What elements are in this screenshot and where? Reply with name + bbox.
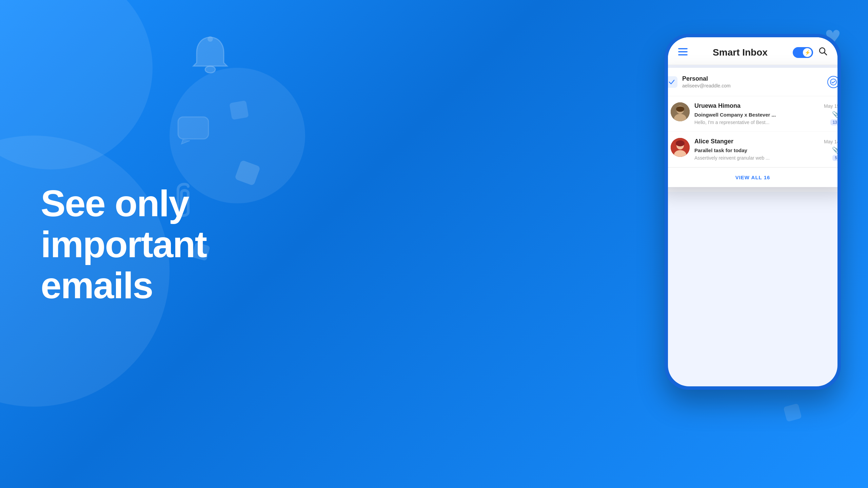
rect-deco-1 bbox=[235, 160, 261, 186]
svg-rect-4 bbox=[678, 51, 688, 53]
search-icon[interactable] bbox=[818, 47, 827, 58]
rect-deco-3 bbox=[229, 100, 249, 120]
svg-rect-3 bbox=[678, 48, 688, 49]
preview-uruewa: Hello, I'm a representative of Best... 1… bbox=[694, 119, 837, 125]
svg-point-0 bbox=[205, 66, 215, 73]
email-content-uruewa: Uruewa Himona May 15 Doingwell Company x… bbox=[694, 102, 837, 125]
phone-outer: Smart Inbox ⚡ bbox=[665, 34, 841, 390]
date-alice: May 14 bbox=[824, 139, 837, 144]
count-uruewa: 13 bbox=[830, 119, 837, 125]
smart-toggle[interactable]: ⚡ bbox=[793, 47, 813, 58]
email-content-alice: Alice Stanger May 14 Parallel task for t… bbox=[694, 138, 837, 161]
subject-uruewa: Doingwell Company x Bestever ... 📎 bbox=[694, 111, 837, 118]
svg-point-20 bbox=[676, 140, 685, 146]
view-all-button[interactable]: VIEW ALL 16 bbox=[668, 168, 837, 187]
headline-line2: important bbox=[41, 224, 251, 265]
svg-point-16 bbox=[676, 106, 684, 112]
inbox-title: Smart Inbox bbox=[713, 47, 768, 58]
bell-decoration bbox=[190, 34, 231, 79]
personal-circle-check[interactable] bbox=[827, 76, 837, 88]
left-content: See only important emails bbox=[41, 183, 251, 306]
sender-uruewa: Uruewa Himona bbox=[694, 102, 741, 109]
svg-rect-2 bbox=[178, 117, 209, 139]
avatar-alice bbox=[671, 138, 690, 157]
date-uruewa: May 15 bbox=[824, 103, 837, 109]
chat-decoration bbox=[176, 115, 210, 147]
phone-inner: Smart Inbox ⚡ bbox=[668, 37, 837, 386]
svg-line-7 bbox=[824, 53, 827, 55]
personal-info: Personal aeliseev@readdle.com bbox=[682, 75, 827, 88]
sender-alice: Alice Stanger bbox=[694, 138, 733, 145]
email-top-alice: Alice Stanger May 14 bbox=[694, 138, 837, 145]
header-icons: ⚡ bbox=[793, 47, 827, 58]
headline-line3: emails bbox=[41, 265, 251, 306]
phone-mockup: Smart Inbox ⚡ bbox=[658, 17, 848, 471]
personal-icon bbox=[668, 76, 677, 88]
personal-name: Personal bbox=[682, 75, 827, 82]
personal-header: Personal aeliseev@readdle.com bbox=[668, 68, 837, 96]
bg-bubble-1 bbox=[0, 0, 153, 169]
hamburger-icon[interactable] bbox=[678, 47, 688, 58]
svg-rect-5 bbox=[678, 54, 688, 56]
preview-alice: Assertively reinvent granular web ... 5 bbox=[694, 155, 837, 161]
attachment-uruewa: 📎 bbox=[832, 111, 837, 118]
count-alice: 5 bbox=[832, 155, 837, 161]
personal-popup: Personal aeliseev@readdle.com bbox=[668, 68, 837, 187]
bolt-icon: ⚡ bbox=[805, 50, 810, 55]
headline-line1: See only bbox=[41, 183, 251, 224]
toggle-knob: ⚡ bbox=[803, 48, 812, 57]
email-top-uruewa: Uruewa Himona May 15 bbox=[694, 102, 837, 109]
headline: See only important emails bbox=[41, 183, 251, 306]
email-item-uruewa[interactable]: Uruewa Himona May 15 Doingwell Company x… bbox=[668, 96, 837, 132]
email-item-alice[interactable]: Alice Stanger May 14 Parallel task for t… bbox=[668, 132, 837, 167]
personal-email: aeliseev@readdle.com bbox=[682, 83, 827, 88]
svg-point-1 bbox=[208, 36, 213, 42]
avatar-uruewa bbox=[671, 102, 690, 121]
inbox-header: Smart Inbox ⚡ bbox=[668, 37, 837, 65]
attachment-alice: 📎 bbox=[832, 146, 837, 154]
view-all-label: VIEW ALL 16 bbox=[735, 175, 770, 180]
subject-alice: Parallel task for today 📎 bbox=[694, 146, 837, 154]
